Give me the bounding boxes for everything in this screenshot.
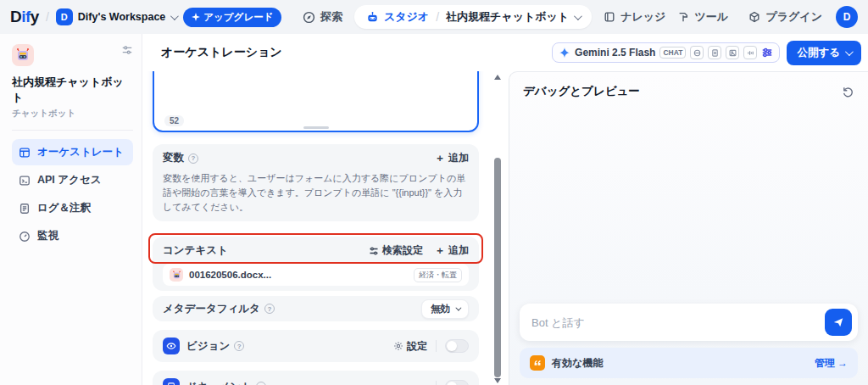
book-icon	[604, 11, 615, 23]
sidebar-item-orchestrate[interactable]: オーケストレート	[12, 139, 133, 165]
document-feature-card: ドキュメント ?	[153, 371, 479, 385]
document-toggle[interactable]	[445, 380, 469, 385]
document-feature-icon	[163, 378, 180, 385]
orchestrate-icon	[19, 147, 31, 159]
prompt-editor[interactable]: 52	[153, 71, 479, 132]
divider	[436, 381, 437, 385]
studio-breadcrumb-pill: スタジオ / 社内規程チャットボット	[354, 5, 592, 29]
send-button[interactable]	[825, 309, 852, 336]
sidebar-app-type: チャットボット	[12, 108, 133, 120]
model-capability-document-icon	[708, 46, 721, 59]
sidebar-item-label: 監視	[37, 229, 58, 243]
user-avatar[interactable]: D	[836, 6, 858, 28]
gemini-icon	[559, 47, 570, 59]
nav-explore[interactable]: 探索	[303, 9, 342, 25]
restart-icon[interactable]	[842, 86, 854, 98]
model-tune-icon[interactable]	[761, 47, 773, 59]
divider	[436, 340, 437, 352]
model-capability-image-icon	[726, 46, 739, 59]
scroll-up-arrow-icon[interactable]	[494, 75, 501, 80]
dify-logo[interactable]: Dify	[10, 8, 39, 26]
metadata-filter-title: メタデータフィルタ ?	[163, 302, 275, 316]
top-bar: Dify / D Dify's Workspace アップグレード 探索 スタジ…	[0, 0, 868, 34]
divider-slash: /	[436, 10, 439, 24]
sidebar-divider	[12, 130, 133, 131]
add-context-button[interactable]: ＋ 追加	[435, 243, 469, 258]
compass-icon	[303, 11, 315, 24]
package-icon	[748, 11, 760, 23]
info-icon: ?	[234, 341, 244, 351]
debug-panel-title: デバッグとプレビュー	[523, 84, 640, 99]
add-variable-button[interactable]: ＋ 追加	[435, 151, 469, 165]
manage-features-link[interactable]: 管理 →	[815, 356, 848, 371]
app-selector[interactable]: 社内規程チャットボット	[446, 9, 580, 25]
workspace-name: Dify's Workspace	[78, 11, 165, 23]
divider-slash: /	[46, 10, 49, 24]
retrieval-sliders-icon	[369, 246, 379, 256]
document-name: 001620506.docx...	[189, 270, 408, 280]
model-capability-audio-icon	[743, 46, 757, 59]
scroll-down-arrow-icon[interactable]	[494, 378, 501, 383]
vision-settings-button[interactable]: 設定	[393, 339, 427, 354]
context-title: コンテキスト	[163, 243, 228, 258]
info-icon: ?	[264, 304, 275, 314]
model-selector[interactable]: Gemini 2.5 Flash CHAT	[552, 42, 780, 63]
vision-toggle[interactable]	[445, 339, 469, 353]
sidebar-app-name: 社内規程チャットボット	[12, 75, 133, 105]
app-avatar	[12, 44, 34, 66]
monitor-gauge-icon	[19, 231, 31, 243]
page-title: オーケストレーション	[161, 45, 282, 60]
scrollbar-thumb[interactable]	[494, 158, 501, 377]
app-settings-sliders-icon[interactable]	[121, 44, 133, 56]
terminal-icon	[19, 175, 31, 187]
context-document-row[interactable]: 001620506.docx... 経済・転置	[163, 264, 469, 286]
nav-plugins[interactable]: プラグイン	[748, 9, 822, 25]
nav-studio[interactable]: スタジオ	[366, 9, 429, 25]
variables-card: 変数 ? ＋ 追加 変数を使用すると、ユーザーはフォームに入力する際にプロンプト…	[153, 144, 479, 221]
resize-handle[interactable]	[303, 126, 329, 129]
enabled-features-bar[interactable]: 有効な機能 管理 →	[520, 348, 858, 378]
char-count-badge: 52	[164, 115, 184, 126]
nav-tools[interactable]: ツール	[677, 9, 728, 25]
variables-description: 変数を使用すると、ユーザーはフォームに入力する際にプロンプトの単語や開始の言葉を…	[163, 171, 469, 215]
debug-preview-panel: デバッグとプレビュー 有効な機能 管理 →	[509, 71, 868, 385]
sidebar-item-label: API アクセス	[37, 173, 101, 187]
send-icon	[832, 316, 844, 328]
dataset-robot-icon	[170, 268, 183, 282]
workspace-selector[interactable]: D Dify's Workspace	[56, 8, 176, 25]
index-mode-badge: 経済・転置	[414, 268, 462, 282]
gear-icon	[393, 341, 403, 351]
upgrade-button[interactable]: アップグレード	[183, 8, 281, 27]
sidebar-item-api-access[interactable]: API アクセス	[12, 167, 133, 193]
robot-icon	[366, 11, 379, 24]
chat-input-box	[520, 304, 858, 341]
citation-quote-icon	[530, 355, 545, 371]
chevron-down-icon	[845, 47, 854, 56]
sidebar-item-logs[interactable]: ログ＆注釈	[12, 195, 133, 221]
sparkle-plus-icon	[192, 13, 200, 21]
hammer-icon	[677, 11, 689, 23]
log-document-icon	[19, 203, 31, 215]
chevron-down-icon	[574, 12, 582, 20]
vision-eye-icon	[163, 338, 180, 354]
chevron-down-icon	[455, 304, 461, 310]
workspace-badge: D	[56, 8, 73, 25]
sidebar-item-label: ログ＆注釈	[37, 201, 91, 215]
app-sidebar: 社内規程チャットボット チャットボット オーケストレート API アクセス ログ…	[0, 34, 142, 385]
nav-knowledge[interactable]: ナレッジ	[604, 9, 665, 25]
model-mode-badge: CHAT	[659, 47, 686, 59]
chat-input[interactable]	[531, 316, 825, 329]
model-name: Gemini 2.5 Flash	[575, 47, 655, 59]
main-header: オーケストレーション Gemini 2.5 Flash CHAT 公開する	[142, 34, 868, 71]
variables-title: 変数 ?	[163, 151, 198, 165]
scrollbar[interactable]	[494, 71, 501, 385]
info-icon: ?	[188, 153, 198, 164]
sidebar-item-monitoring[interactable]: 監視	[12, 223, 133, 249]
metadata-filter-dropdown[interactable]: 無効	[421, 299, 469, 319]
document-feature-title: ドキュメント ?	[186, 380, 266, 385]
retrieval-settings-button[interactable]: 検索設定	[369, 243, 423, 258]
publish-button[interactable]: 公開する	[787, 41, 861, 65]
metadata-filter-card: メタデータフィルタ ? 無効	[153, 296, 479, 321]
info-icon: ?	[256, 382, 266, 385]
chevron-down-icon	[170, 12, 179, 20]
